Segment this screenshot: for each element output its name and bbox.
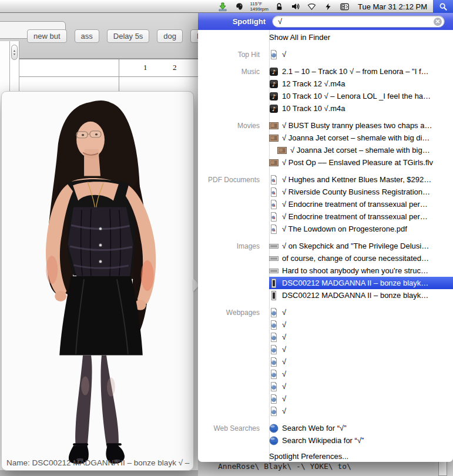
- result-content: √: [264, 393, 453, 405]
- result-content: √: [264, 331, 453, 343]
- result-content: Spotlight Preferences...: [264, 450, 453, 462]
- result-content: Search Wikipedia for “√”: [264, 434, 453, 447]
- result-text: Spotlight Preferences...: [269, 452, 348, 461]
- result-text: Search Wikipedia for “√”: [282, 436, 364, 445]
- spotlight-search-field[interactable]: ✕: [272, 15, 445, 28]
- result-text: Hard to shoot anybody when you're struc…: [282, 266, 428, 275]
- music-icon: ♪: [269, 92, 278, 101]
- result-row[interactable]: √: [198, 319, 453, 331]
- result-row[interactable]: PDF Documents√ Hughes and Kettner Blues …: [198, 173, 453, 186]
- result-row[interactable]: √ Endocrine treatment of transsexual per…: [198, 198, 453, 210]
- pdf-icon: [269, 187, 278, 197]
- result-row[interactable]: √: [198, 368, 453, 380]
- result-row[interactable]: ♪12 Track 12 √.m4a: [198, 78, 453, 90]
- globe-icon: [269, 424, 278, 433]
- toolbar-button[interactable]: ass: [75, 29, 99, 43]
- result-row[interactable]: √: [198, 331, 453, 343]
- result-content: √ The Lowdown on Progesterone.pdf: [264, 223, 453, 235]
- result-row[interactable]: ♪10 Track 10 √ – Lenora LOL _I feel the …: [198, 90, 453, 102]
- wifi-icon[interactable]: [307, 1, 317, 12]
- result-row[interactable]: √: [198, 343, 453, 356]
- result-content: √ on Skepchick and "The Privilege Delusi…: [264, 240, 453, 252]
- terminal-scrollbar[interactable]: [438, 461, 447, 476]
- result-content: Show All in Finder: [264, 31, 453, 43]
- result-text: √: [282, 382, 286, 391]
- result-text: √: [282, 308, 286, 317]
- result-row[interactable]: √: [198, 356, 453, 368]
- terminal-text: AnneRose\ Blayk\ -\ YOKE\ to\: [218, 462, 351, 471]
- result-row[interactable]: Hard to shoot anybody when you're struc…: [198, 264, 453, 277]
- result-row[interactable]: Top Hit√: [198, 48, 453, 61]
- result-text: √ Riverside County Business Registration…: [282, 187, 430, 196]
- result-content: √: [264, 356, 453, 368]
- result-row[interactable]: √ The Lowdown on Progesterone.pdf: [198, 223, 453, 235]
- result-text: √ BUST Busty tranny pleases two chaps a…: [282, 121, 432, 130]
- spotlight-preferences[interactable]: Spotlight Preferences...: [198, 450, 453, 462]
- result-row[interactable]: √ Post Op –– Enslaved Pleasure at TGirls…: [198, 156, 453, 169]
- image-wide-icon: [269, 242, 278, 251]
- webloc-icon: [269, 345, 278, 354]
- result-content: √: [264, 343, 453, 356]
- music-icon: ♪: [269, 79, 278, 89]
- result-row[interactable]: Movies√ BUST Busty tranny pleases two ch…: [198, 119, 453, 132]
- menu-clock[interactable]: Tue Mar 31 2:12 PM: [358, 2, 427, 11]
- result-text: √ The Lowdown on Progesterone.pdf: [282, 224, 407, 233]
- volume-icon[interactable]: [290, 1, 301, 12]
- quicklook-preview-panel: Name: DSC00212 MADGANNA II – bonze blayk…: [1, 91, 194, 471]
- pdf-icon: [269, 175, 278, 185]
- result-content: √: [264, 405, 453, 417]
- movie-icon: [269, 133, 278, 143]
- result-content: Hard to shoot anybody when you're struc…: [264, 264, 453, 277]
- bolt-icon[interactable]: [323, 1, 334, 12]
- webloc-icon: [269, 394, 278, 404]
- result-text: √ Joanna Jet corset – shemale with big…: [290, 146, 430, 155]
- scroll-stepper[interactable]: ▲▼: [11, 45, 18, 60]
- result-text: √: [282, 394, 286, 403]
- globe-icon: [269, 436, 278, 445]
- result-row[interactable]: DSC00212 MADGANNA II – bonze blayk…: [198, 289, 453, 301]
- desktop: new butassDelay 5sdogLiteral 1 2 ▲▼ Anne…: [0, 0, 453, 476]
- result-content: √: [264, 306, 453, 319]
- table-header-2: 2: [173, 63, 177, 72]
- evernote-icon[interactable]: [234, 1, 244, 12]
- result-row[interactable]: √ Riverside County Business Registration…: [198, 186, 453, 198]
- result-content: ♪10 Track 10 √.m4a: [264, 102, 453, 115]
- image-wide-icon: [269, 266, 278, 276]
- category-label: PDF Documents: [198, 176, 264, 184]
- result-row[interactable]: Images√ on Skepchick and "The Privilege …: [198, 240, 453, 252]
- result-row[interactable]: Music♪2.1 – 10 – Track 10 √ – from Lenor…: [198, 65, 453, 78]
- result-row[interactable]: Search Wikipedia for “√”: [198, 434, 453, 447]
- result-content: √ Endocrine treatment of transsexual per…: [264, 210, 453, 223]
- result-row[interactable]: Web SearchesSearch Web for “√”: [198, 422, 453, 434]
- result-row[interactable]: Webpages√: [198, 306, 453, 319]
- clear-search-icon[interactable]: ✕: [434, 18, 442, 26]
- result-row[interactable]: ♪10 Track 10 √.m4a: [198, 102, 453, 115]
- result-row[interactable]: of course, change of course necessitated…: [198, 252, 453, 264]
- result-row[interactable]: √: [198, 393, 453, 405]
- preview-caption: Name: DSC00212 MADGANNA II – bonze blayk…: [6, 458, 190, 467]
- show-all-in-finder[interactable]: Show All in Finder: [198, 31, 453, 43]
- result-row[interactable]: √ Joanna Jet corset – shemale with big d…: [198, 132, 453, 144]
- result-row[interactable]: √ Endocrine treatment of transsexual per…: [198, 210, 453, 223]
- result-row[interactable]: √: [198, 405, 453, 417]
- image-tall-icon: [269, 291, 278, 300]
- result-row[interactable]: √: [198, 380, 453, 393]
- toolbar-button[interactable]: Delay 5s: [107, 29, 150, 43]
- result-row[interactable]: √ Joanna Jet corset – shemale with big…: [198, 144, 453, 156]
- toolbar-button[interactable]: dog: [157, 29, 183, 43]
- result-row[interactable]: DSC00212 MADGANNA II – bonze blayk…: [198, 277, 453, 289]
- spaces-icon[interactable]: [340, 1, 350, 12]
- result-text: 10 Track 10 √ – Lenora LOL _I feel the h…: [282, 92, 431, 100]
- temperature-readout[interactable]: 115°F 1499rpm: [250, 1, 269, 12]
- lock-icon[interactable]: [274, 1, 284, 12]
- result-text: 10 Track 10 √.m4a: [282, 104, 345, 113]
- result-text: 2.1 – 10 – Track 10 √ – from Lenora – "I…: [282, 67, 429, 76]
- spotlight-menu-icon[interactable]: [433, 0, 453, 13]
- spotlight-search-input[interactable]: [273, 17, 444, 26]
- svg-text:♪: ♪: [272, 81, 276, 88]
- download-icon[interactable]: [217, 1, 228, 12]
- result-text: √: [282, 345, 286, 354]
- result-text: Search Web for “√”: [282, 424, 346, 433]
- result-content: √ Riverside County Business Registration…: [264, 186, 453, 198]
- toolbar-button[interactable]: new but: [27, 29, 67, 43]
